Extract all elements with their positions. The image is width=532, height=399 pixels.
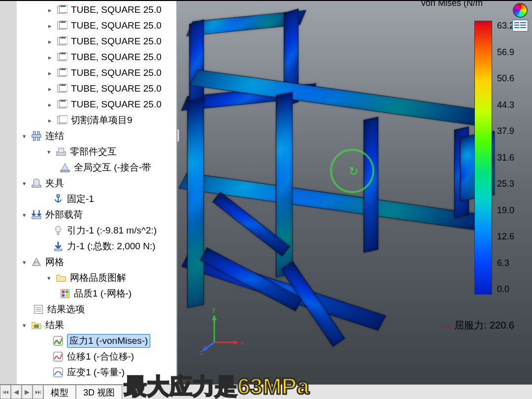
legend-value: 37.9 [497,126,514,136]
tree-item-results[interactable]: 结果 [17,317,176,333]
tree-item-tube[interactable]: TUBE, SQUARE 25.0 [17,33,176,49]
tree-item-tube[interactable]: TUBE, SQUARE 25.0 [17,18,176,33]
loads-icon [31,209,42,221]
svg-rect-26 [57,232,59,235]
chevron-right-icon[interactable] [46,69,53,77]
chevron-down-icon[interactable] [21,133,28,140]
tree-item-force[interactable]: 力-1 (:总数: 2,000 N:) [17,238,176,254]
svg-rect-34 [34,325,38,328]
color-legend[interactable]: 63.2 56.9 50.6 44.3 37.9 31.6 25.3 19.0 … [474,21,514,295]
graphics-viewport[interactable]: von Mises (N/m x y [177,1,532,384]
chevron-down-icon[interactable] [21,322,28,329]
tree-item-cutlist[interactable]: 切割清单项目9 [17,112,176,128]
chevron-down-icon[interactable] [21,259,28,266]
weldment-icon [56,51,68,63]
chevron-right-icon[interactable] [46,101,53,108]
chevron-down-icon[interactable] [45,148,52,156]
svg-point-23 [57,195,60,198]
tree-item-connections[interactable]: 连结 [17,128,176,144]
tree-item-mesh-quality-item[interactable]: 品质1 (-网格-) [17,286,176,301]
tree-item-tube[interactable]: TUBE, SQUARE 25.0 [17,81,176,97]
fixture-icon [31,177,42,189]
tree-label: TUBE, SQUARE 25.0 [71,83,162,94]
rotate-cursor-icon [330,149,374,193]
legend-options-button[interactable] [512,20,528,32]
tab-3dview[interactable]: 3D 视图 [76,385,122,399]
displacement-plot-icon [52,351,64,363]
legend-value: 19.0 [497,205,514,216]
tree-item-fixtures[interactable]: 夹具 [17,175,176,191]
chevron-down-icon[interactable] [21,180,28,187]
chevron-right-icon[interactable] [46,85,53,93]
tree-item-tube[interactable]: TUBE, SQUARE 25.0 [17,49,176,65]
tree-label: 网格品质图解 [70,271,126,284]
legend-value: 12.6 [497,232,514,242]
tree-label: 全局交互 (-接合-带 [74,161,151,174]
svg-text:z: z [200,349,202,355]
tab-model[interactable]: 模型 [43,385,76,399]
tree-item-tube[interactable]: TUBE, SQUARE 25.0 [17,2,176,18]
weldment-icon [56,83,68,95]
tree-item-mesh[interactable]: 网格 [17,254,176,270]
svg-text:x: x [241,339,244,346]
weldment-icon [56,114,68,126]
legend-values: 63.2 56.9 50.6 44.3 37.9 31.6 25.3 19.0 … [497,21,514,295]
legend-value: 0.0 [497,284,514,295]
tree-label: 切割清单项目9 [71,114,133,127]
legend-value: 6.3 [497,258,514,268]
plot-title: von Mises (N/m [421,1,483,8]
color-wheel-icon[interactable] [513,3,528,18]
svg-rect-24 [32,217,41,219]
chevron-right-icon[interactable] [46,54,53,61]
tree-item-displacement[interactable]: 位移1 (-合位移-) [17,349,176,365]
tree-label: 外部载荷 [45,208,83,221]
weldment-icon [56,20,68,32]
tab-prev-button[interactable]: ◀ [11,385,22,399]
tree-label: 品质1 (-网格-) [74,287,132,300]
chevron-down-icon[interactable] [21,211,28,219]
tree-item-tube[interactable]: TUBE, SQUARE 25.0 [17,97,176,112]
tree-label: TUBE, SQUARE 25.0 [71,52,162,63]
tree-item-tube[interactable]: TUBE, SQUARE 25.0 [17,65,176,81]
chevron-right-icon[interactable] [46,6,53,14]
svg-rect-31 [62,294,65,297]
tree-label: TUBE, SQUARE 25.0 [71,36,162,47]
orientation-triad[interactable]: x y z [200,305,249,355]
strain-plot-icon [52,366,64,378]
svg-marker-42 [212,315,217,320]
tree-label: 力-1 (:总数: 2,000 N:) [67,240,156,253]
tree-item-stress[interactable]: 应力1 (-vonMises-) [17,333,176,349]
gravity-icon [52,225,64,236]
feature-tree[interactable]: TUBE, SQUARE 25.0 TUBE, SQUARE 25.0 TUBE… [17,1,176,384]
svg-rect-29 [62,291,65,294]
legend-value: 31.6 [497,153,514,163]
chevron-right-icon[interactable] [46,38,53,45]
tree-item-global-contact[interactable]: 全局交互 (-接合-带 [17,160,176,175]
svg-rect-18 [32,134,41,137]
tree-item-loads[interactable]: 外部载荷 [17,207,176,223]
tree-label: 夹具 [45,177,64,190]
tree-item-component-contact[interactable]: 零部件交互 [17,144,176,160]
global-contact-icon [59,162,71,173]
tree-label: TUBE, SQUARE 25.0 [71,20,162,31]
tree-item-fixed[interactable]: 固定-1 [17,191,176,207]
yield-label: 屈服力: [454,319,487,332]
chevron-down-icon[interactable] [45,274,52,282]
tree-label: TUBE, SQUARE 25.0 [71,99,162,110]
tree-item-gravity[interactable]: 引力-1 (:-9.81 m/s^2:) [17,223,176,238]
tab-first-button[interactable]: ⏮ [0,385,11,399]
tree-item-result-options[interactable]: 结果选项 [17,301,176,317]
tab-next-button[interactable]: ▶ [22,385,33,399]
tree-label: 结果选项 [47,303,85,316]
chevron-right-icon[interactable] [46,22,53,30]
chevron-right-icon[interactable] [46,117,53,124]
tab-last-button[interactable]: ⏭ [33,385,43,399]
tree-label: 连结 [45,130,64,142]
legend-value: 63.2 [497,21,514,31]
tree-item-mesh-quality-plot[interactable]: 网格品质图解 [17,270,176,286]
legend-value: 44.3 [497,100,514,110]
tree-label: 引力-1 (:-9.81 m/s^2:) [67,224,157,237]
tree-label: 结果 [45,319,64,332]
tree-label: 位移1 (-合位移-) [67,350,134,363]
options-icon [33,303,44,315]
